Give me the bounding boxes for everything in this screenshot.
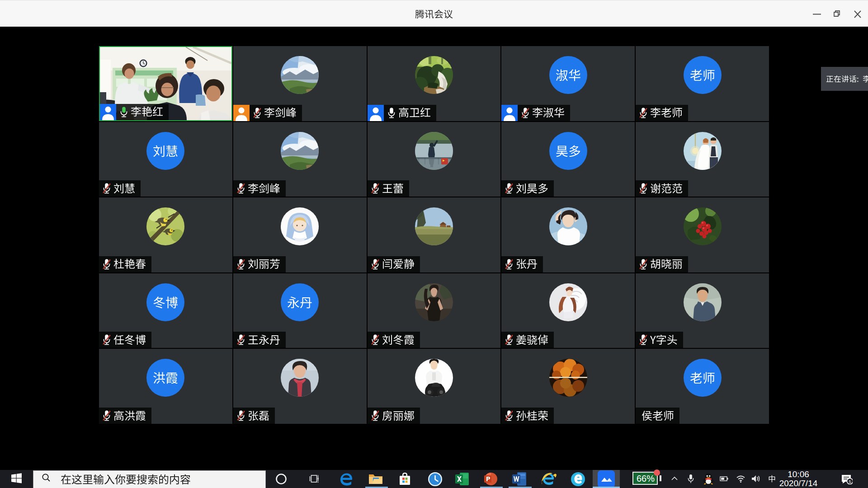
svg-text:5: 5 [849,479,851,484]
